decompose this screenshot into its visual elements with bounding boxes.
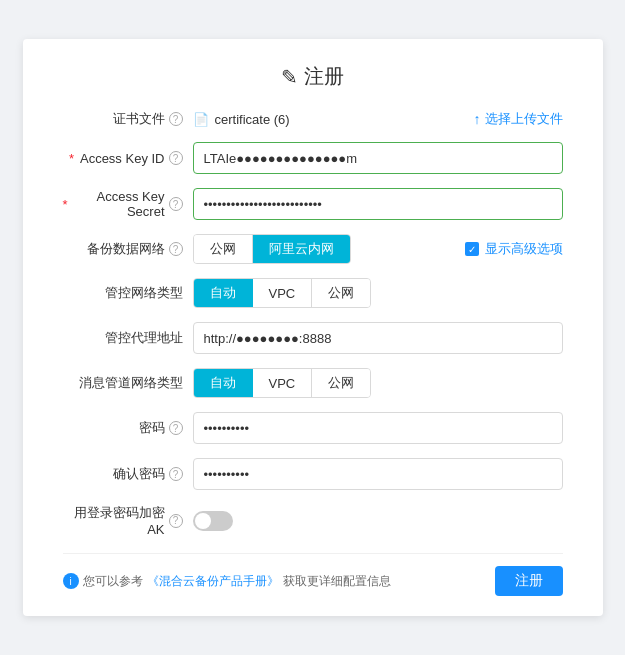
backup-network-label: 备份数据网络 ? xyxy=(63,240,193,258)
mgmt-public-btn[interactable]: 公网 xyxy=(311,279,370,307)
confirm-password-content xyxy=(193,458,563,490)
upload-button[interactable]: ↑ 选择上传文件 xyxy=(474,110,563,128)
access-key-id-content xyxy=(193,142,563,174)
msg-public-btn[interactable]: 公网 xyxy=(311,369,370,397)
password-label: 密码 ? xyxy=(63,419,193,437)
mgmt-network-content: 自动 VPC 公网 xyxy=(193,278,563,308)
show-advanced-toggle[interactable]: ✓ 显示高级选项 xyxy=(465,240,563,258)
access-key-id-input[interactable] xyxy=(193,142,563,174)
info-icon: i xyxy=(63,573,79,589)
required-star: * xyxy=(69,151,74,166)
footer-info: i 您可以参考 《混合云备份产品手册》 获取更详细配置信息 xyxy=(63,573,487,590)
backup-network-help-icon[interactable]: ? xyxy=(169,242,183,256)
manual-link[interactable]: 《混合云备份产品手册》 xyxy=(147,573,279,590)
password-row: 密码 ? xyxy=(63,412,563,444)
confirm-password-label: 确认密码 ? xyxy=(63,465,193,483)
msg-network-content: 自动 VPC 公网 xyxy=(193,368,563,398)
cert-content: 📄 certificate (6) ↑ 选择上传文件 xyxy=(193,110,563,128)
access-key-secret-input[interactable] xyxy=(193,188,563,220)
access-key-secret-content xyxy=(193,188,563,220)
encrypt-row: 用登录密码加密AK ? xyxy=(63,504,563,537)
access-key-secret-label: * Access Key Secret ? xyxy=(63,189,193,219)
confirm-password-row: 确认密码 ? xyxy=(63,458,563,490)
msg-auto-btn[interactable]: 自动 xyxy=(194,369,252,397)
proxy-content xyxy=(193,322,563,354)
backup-network-content: 公网 阿里云内网 ✓ 显示高级选项 xyxy=(193,234,563,264)
confirm-password-help-icon[interactable]: ? xyxy=(169,467,183,481)
footer: i 您可以参考 《混合云备份产品手册》 获取更详细配置信息 注册 xyxy=(63,553,563,596)
cert-row: 证书文件 ? 📄 certificate (6) ↑ 选择上传文件 xyxy=(63,110,563,128)
msg-network-btn-group: 自动 VPC 公网 xyxy=(193,368,372,398)
mgmt-network-label: 管控网络类型 xyxy=(63,284,193,302)
cert-help-icon[interactable]: ? xyxy=(169,112,183,126)
upload-arrow-icon: ↑ xyxy=(474,111,481,127)
backup-network-public-btn[interactable]: 公网 xyxy=(194,235,252,263)
mgmt-vpc-btn[interactable]: VPC xyxy=(252,279,312,307)
proxy-input[interactable] xyxy=(193,322,563,354)
access-key-id-row: * Access Key ID ? xyxy=(63,142,563,174)
file-icon: 📄 xyxy=(193,112,209,127)
cert-label: 证书文件 ? xyxy=(63,110,193,128)
access-key-id-label: * Access Key ID ? xyxy=(63,151,193,166)
encrypt-help-icon[interactable]: ? xyxy=(169,514,183,528)
msg-network-label: 消息管道网络类型 xyxy=(63,374,193,392)
backup-network-aliyun-btn[interactable]: 阿里云内网 xyxy=(252,235,350,263)
mgmt-network-row: 管控网络类型 自动 VPC 公网 xyxy=(63,278,563,308)
proxy-label: 管控代理地址 xyxy=(63,329,193,347)
page-title: ✎ 注册 xyxy=(63,63,563,90)
access-key-id-help-icon[interactable]: ? xyxy=(169,151,183,165)
registration-card: ✎ 注册 证书文件 ? 📄 certificate (6) ↑ 选择上传文件 *… xyxy=(23,39,603,616)
proxy-row: 管控代理地址 xyxy=(63,322,563,354)
mgmt-auto-btn[interactable]: 自动 xyxy=(194,279,252,307)
mgmt-network-btn-group: 自动 VPC 公网 xyxy=(193,278,372,308)
encrypt-label: 用登录密码加密AK ? xyxy=(63,504,193,537)
encrypt-content xyxy=(193,511,563,531)
msg-network-row: 消息管道网络类型 自动 VPC 公网 xyxy=(63,368,563,398)
backup-network-row: 备份数据网络 ? 公网 阿里云内网 ✓ 显示高级选项 xyxy=(63,234,563,264)
access-key-secret-help-icon[interactable]: ? xyxy=(169,197,183,211)
access-key-secret-row: * Access Key Secret ? xyxy=(63,188,563,220)
submit-button[interactable]: 注册 xyxy=(495,566,563,596)
cert-filename: 📄 certificate (6) xyxy=(193,112,290,127)
edit-icon: ✎ xyxy=(281,65,298,89)
required-star-2: * xyxy=(63,197,68,212)
backup-network-btn-group: 公网 阿里云内网 xyxy=(193,234,351,264)
msg-vpc-btn[interactable]: VPC xyxy=(252,369,312,397)
password-help-icon[interactable]: ? xyxy=(169,421,183,435)
password-input[interactable] xyxy=(193,412,563,444)
encrypt-toggle[interactable] xyxy=(193,511,233,531)
password-content xyxy=(193,412,563,444)
checkbox-checked-icon: ✓ xyxy=(465,242,479,256)
confirm-password-input[interactable] xyxy=(193,458,563,490)
